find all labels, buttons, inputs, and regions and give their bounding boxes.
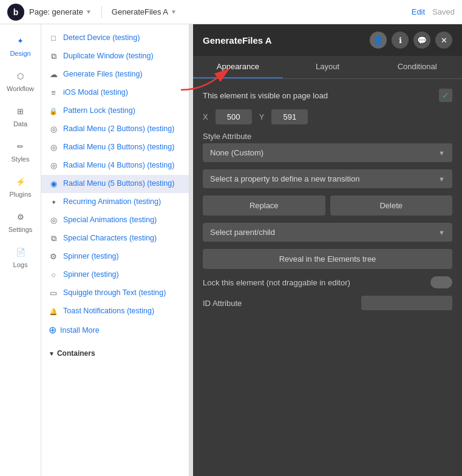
tab-appearance[interactable]: Appearance: [193, 56, 283, 78]
plugin-ios-modal[interactable]: ≡ iOS Modal (testing): [41, 84, 189, 102]
workflow-dropdown-arrow[interactable]: ▼: [171, 8, 177, 15]
style-attribute-arrow-icon: ▼: [438, 149, 445, 157]
select-parent-arrow-icon: ▼: [438, 229, 445, 236]
special-animations-icon: ◎: [49, 216, 58, 226]
main-content: ✦ Design ⬡ Workflow ⊞ Data ✏ Styles ⚡ Pl…: [0, 24, 462, 476]
install-more-button[interactable]: ⊕ Install More: [41, 321, 189, 339]
sidebar-item-data[interactable]: ⊞ Data: [2, 100, 39, 132]
duplicate-window-icon: ⧉: [49, 52, 58, 62]
panel-title: GenerateFiles A: [203, 35, 272, 46]
plugin-generate-files[interactable]: ☁ Generate Files (testing): [41, 66, 189, 84]
install-more-label: Install More: [60, 326, 100, 335]
toast-icon: 🔔: [49, 307, 58, 317]
logo: b: [7, 4, 24, 21]
generate-files-icon: ☁: [49, 70, 58, 80]
settings-icon: ⚙: [14, 210, 27, 223]
sidebar-item-workflow[interactable]: ⬡ Workflow: [2, 64, 39, 97]
plugin-squiggle[interactable]: ▭ Squiggle through Text (testing): [41, 284, 189, 302]
transition-dropdown[interactable]: Select a property to define a new transi…: [203, 169, 452, 188]
page-selector[interactable]: Page: generate ▼: [29, 7, 92, 16]
plugin-pattern-lock[interactable]: 🔒 Pattern Lock (testing): [41, 102, 189, 120]
workflow-icon: ⬡: [14, 69, 27, 83]
plugins-icon: ⚡: [14, 175, 27, 188]
plugin-spinner-2[interactable]: ○ Spinner (testing): [41, 266, 189, 284]
special-characters-icon: ⧉: [49, 234, 58, 244]
user-icon-button[interactable]: 👤: [370, 32, 387, 49]
plugin-duplicate-window[interactable]: ⧉ Duplicate Window (testing): [41, 47, 189, 66]
plugin-list: □ Detect Device (testing) ⧉ Duplicate Wi…: [41, 24, 189, 476]
plugin-toast-label: Toast Notifications (testing): [63, 306, 182, 317]
plugin-detect-device-label: Detect Device (testing): [63, 33, 182, 44]
sidebar-icons: ✦ Design ⬡ Workflow ⊞ Data ✏ Styles ⚡ Pl…: [0, 24, 41, 476]
plugin-toast[interactable]: 🔔 Toast Notifications (testing): [41, 302, 189, 321]
transition-arrow-icon: ▼: [438, 175, 445, 183]
y-label: Y: [259, 112, 265, 121]
plugin-ios-modal-label: iOS Modal (testing): [63, 87, 182, 98]
tab-conditional[interactable]: Conditional: [372, 56, 462, 78]
design-icon: ✦: [14, 34, 27, 47]
plugin-special-animations[interactable]: ◎ Special Animations (testing): [41, 211, 189, 229]
id-attribute-input[interactable]: [361, 296, 452, 310]
gap: [41, 339, 189, 344]
recurring-animation-icon: ✦: [49, 198, 58, 208]
containers-label: Containers: [57, 349, 95, 358]
style-attribute-dropdown[interactable]: None (Custom) ▼: [203, 143, 452, 162]
plugin-radial-menu-3-label: Radial Menu (3 Buttons) (testing): [63, 142, 182, 153]
plugin-spinner-1[interactable]: ⚙ Spinner (testing): [41, 248, 189, 266]
plugin-special-characters[interactable]: ⧉ Special Characters (testing): [41, 229, 189, 248]
plugin-radial-menu-3[interactable]: ◎ Radial Menu (3 Buttons) (testing): [41, 138, 189, 157]
visible-row: This element is visible on page load ✓: [203, 89, 452, 102]
logs-label: Logs: [13, 261, 28, 268]
panel-content: This element is visible on page load ✓ X…: [193, 79, 462, 476]
chat-icon-button[interactable]: 💬: [413, 32, 430, 49]
panel-header: GenerateFiles A 👤 ℹ 💬 ✕: [193, 24, 462, 56]
y-input[interactable]: [271, 109, 308, 124]
info-icon-button[interactable]: ℹ: [392, 32, 409, 49]
plugin-pattern-lock-label: Pattern Lock (testing): [63, 106, 182, 117]
select-parent-label: Select parent/child: [210, 228, 275, 237]
sidebar-item-styles[interactable]: ✏ Styles: [2, 135, 39, 168]
close-icon-button[interactable]: ✕: [435, 32, 452, 49]
workflow-label: GenerateFiles A: [112, 7, 168, 16]
settings-label: Settings: [8, 226, 33, 233]
x-input[interactable]: [216, 109, 252, 124]
plugin-radial-menu-2[interactable]: ◎ Radial Menu (2 Buttons) (testing): [41, 120, 189, 138]
radial-menu-3-icon: ◎: [49, 143, 58, 153]
replace-button[interactable]: Replace: [203, 195, 325, 216]
sidebar-item-design[interactable]: ✦ Design: [2, 29, 39, 62]
install-more-icon: ⊕: [49, 324, 56, 336]
sidebar-item-logs[interactable]: 📄 Logs: [2, 240, 39, 273]
select-parent-dropdown[interactable]: Select parent/child ▼: [203, 223, 452, 242]
edit-button[interactable]: Edit: [412, 7, 425, 16]
plugin-special-animations-label: Special Animations (testing): [63, 215, 182, 226]
plugin-squiggle-label: Squiggle through Text (testing): [63, 288, 182, 299]
plugin-spinner-1-label: Spinner (testing): [63, 251, 182, 262]
plugin-detect-device[interactable]: □ Detect Device (testing): [41, 29, 189, 47]
plugin-radial-menu-4[interactable]: ◎ Radial Menu (4 Buttons) (testing): [41, 157, 189, 175]
delete-button[interactable]: Delete: [330, 195, 453, 216]
lock-toggle[interactable]: [430, 276, 452, 288]
x-label: X: [203, 112, 208, 121]
pattern-lock-icon: 🔒: [49, 107, 58, 117]
sidebar-item-settings[interactable]: ⚙ Settings: [2, 205, 39, 238]
plugin-radial-menu-5[interactable]: ◉ Radial Menu (5 Buttons) (testing): [41, 175, 189, 193]
plugins-label: Plugins: [9, 191, 31, 198]
panel-header-icons: 👤 ℹ 💬 ✕: [370, 32, 452, 49]
squiggle-icon: ▭: [49, 289, 58, 299]
topbar-divider: [101, 6, 102, 18]
visible-label: This element is visible on page load: [203, 91, 328, 100]
page-dropdown-arrow[interactable]: ▼: [86, 8, 92, 15]
tab-layout[interactable]: Layout: [283, 56, 373, 78]
plugin-radial-menu-2-label: Radial Menu (2 Buttons) (testing): [63, 124, 182, 135]
reveal-button[interactable]: Reveal in the Elements tree: [203, 249, 452, 269]
sidebar-item-plugins[interactable]: ⚡ Plugins: [2, 170, 39, 203]
radial-menu-4-icon: ◎: [49, 162, 58, 171]
coord-row: X Y: [203, 109, 452, 124]
plugin-recurring-animation[interactable]: ✦ Recurring Animation (testing): [41, 193, 189, 211]
topbar: b Page: generate ▼ GenerateFiles A ▼ Edi…: [0, 0, 462, 24]
ios-modal-icon: ≡: [49, 89, 58, 98]
radial-menu-2-icon: ◎: [49, 125, 58, 135]
visible-checkbox[interactable]: ✓: [439, 89, 452, 102]
workflow-selector[interactable]: GenerateFiles A ▼: [112, 7, 177, 16]
lock-row: Lock this element (not draggable in edit…: [203, 276, 452, 288]
